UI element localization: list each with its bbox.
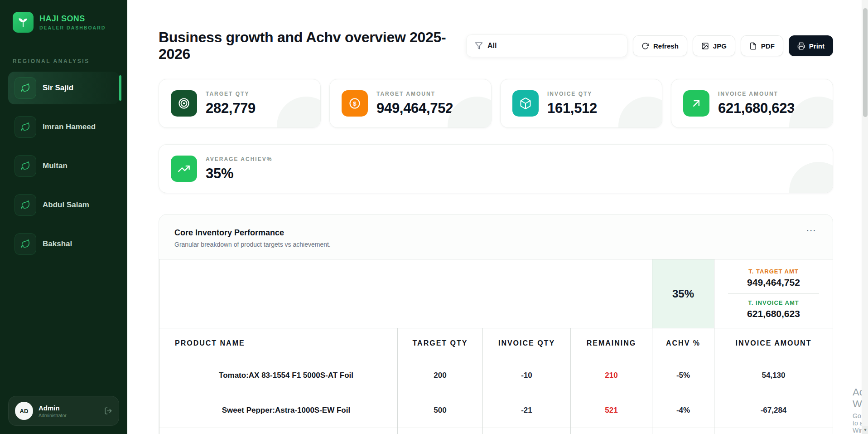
sidebar-item-abdul-salam[interactable]: Abdul Salam (8, 189, 119, 221)
column-header: ACHV % (652, 328, 714, 358)
dollar-coin-icon: $ (342, 90, 368, 117)
sidebar-item-bakshal[interactable]: Bakshal (8, 228, 119, 260)
app-root: HAJI SONS DEALER DASHBOARD REGIONAL ANAL… (0, 0, 868, 434)
achv-cell: -4% (652, 393, 714, 428)
sidebar-item-label: Bakshal (43, 239, 72, 249)
total-invoice-amt-label: T. INVOICE AMT (718, 299, 829, 306)
section-label: REGIONAL ANALYSIS (0, 58, 127, 64)
stat-card-average-achv: AVERAGE ACHIEV% 35% (159, 144, 833, 193)
stat-label: TARGET AMOUNT (376, 91, 453, 97)
image-icon (701, 42, 709, 50)
table-row: Sweet Pepper:Astra-1000S-EW Foil 500 -21… (159, 393, 833, 428)
product-name-cell: Cucumber G/House:Multina-1000S-EW-Foil (159, 428, 398, 434)
table-row: Cucumber G/House:Multina-1000S-EW-Foil 1… (159, 428, 833, 434)
file-icon (749, 42, 757, 50)
stat-value: 35% (206, 166, 272, 182)
column-header: REMAINING (571, 328, 652, 358)
stat-value: 949,464,752 (376, 100, 453, 117)
user-role: Administrator (39, 413, 67, 418)
sidebar-item-imran-hameed[interactable]: Imran Hameed (8, 111, 119, 143)
stat-label: INVOICE QTY (547, 91, 597, 97)
sidebar-item-label: Abdul Salam (43, 200, 89, 210)
stat-value: 161,512 (547, 100, 597, 117)
total-invoice-amt-value: 621,680,623 (718, 308, 829, 319)
brand: HAJI SONS DEALER DASHBOARD (0, 0, 127, 37)
summary-empty-cell (159, 259, 652, 328)
invoice-amount-cell: 0 (714, 428, 833, 434)
stat-card-invoice-amount: INVOICE AMOUNT 621,680,623 (671, 79, 833, 128)
invoice-qty-cell: -10 (483, 358, 571, 393)
inventory-subtitle: Granular breakdown of product targets vs… (174, 241, 331, 248)
scrollbar-thumb[interactable] (863, 8, 868, 117)
trending-up-icon (171, 156, 197, 182)
stat-value: 282,779 (206, 100, 256, 117)
stat-card-target-qty: TARGET QTY 282,779 (159, 79, 321, 128)
logout-icon[interactable] (104, 407, 112, 415)
ellipsis-icon[interactable]: ⋯ (806, 228, 817, 233)
jpg-button[interactable]: JPG (693, 35, 735, 56)
refresh-button[interactable]: Refresh (633, 35, 687, 56)
leaf-icon (14, 155, 36, 177)
brand-name: HAJI SONS (39, 14, 106, 24)
total-target-amt-label: T. TARGET AMT (718, 268, 829, 275)
sidebar-item-label: Multan (43, 161, 68, 171)
column-header: INVOICE QTY (483, 328, 571, 358)
summary-amounts-cell: T. TARGET AMT 949,464,752 T. INVOICE AMT… (714, 259, 833, 328)
invoice-qty-cell: 0 (483, 428, 571, 434)
leaf-icon (14, 194, 36, 216)
funnel-icon (475, 42, 483, 50)
invoice-amount-cell: -67,284 (714, 393, 833, 428)
inventory-performance-card: Core Inventory Performance Granular brea… (159, 214, 833, 434)
leaf-icon (14, 116, 36, 138)
page-title: Business growth and Achv overview 2025-2… (159, 29, 466, 63)
print-button[interactable]: Print (789, 35, 833, 56)
user-name: Admin (39, 404, 67, 412)
user-card: AD Admin Administrator (8, 396, 119, 426)
main-content: Business growth and Achv overview 2025-2… (127, 0, 868, 434)
refresh-icon (641, 42, 649, 50)
vertical-scrollbar[interactable]: ▼ (862, 0, 868, 434)
target-icon (171, 90, 197, 117)
remaining-cell: 521 (571, 393, 652, 428)
header-row: PRODUCT NAME TARGET QTY INVOICE QTY REMA… (159, 328, 833, 358)
stat-card-average-row: AVERAGE ACHIEV% 35% (159, 144, 833, 193)
achv-cell: 0% (652, 428, 714, 434)
product-name-cell: Sweet Pepper:Astra-1000S-EW Foil (159, 393, 398, 428)
column-header: PRODUCT NAME (159, 328, 398, 358)
sidebar-item-label: Imran Hameed (43, 122, 96, 132)
target-qty-cell: 200 (398, 358, 483, 393)
achv-cell: -5% (652, 358, 714, 393)
scroll-down-arrow[interactable]: ▼ (862, 426, 868, 434)
sidebar: HAJI SONS DEALER DASHBOARD REGIONAL ANAL… (0, 0, 127, 434)
invoice-qty-cell: -21 (483, 393, 571, 428)
inventory-table: 35% T. TARGET AMT 949,464,752 T. INVOICE… (159, 259, 833, 434)
sprout-icon (13, 12, 34, 33)
total-target-amt-value: 949,464,752 (718, 277, 829, 288)
brand-subtitle: DEALER DASHBOARD (39, 25, 106, 30)
arrow-up-right-icon (683, 90, 709, 117)
svg-text:$: $ (353, 100, 357, 107)
pdf-button[interactable]: PDF (741, 35, 783, 56)
stat-card-target-amount: $ TARGET AMOUNT 949,464,752 (329, 79, 492, 128)
sidebar-item-label: Sir Sajid (43, 83, 73, 93)
stat-cards-row: TARGET QTY 282,779 $ TARGET AMOUNT 949,4… (159, 79, 833, 128)
stat-label: AVERAGE ACHIEV% (206, 156, 272, 162)
leaf-icon (14, 77, 36, 99)
package-icon (512, 90, 539, 117)
column-header: INVOICE AMOUNT (714, 328, 833, 358)
filter-dropdown[interactable]: All (466, 34, 627, 57)
invoice-amount-cell: 54,130 (714, 358, 833, 393)
active-indicator (119, 75, 121, 101)
header-actions: All Refresh JPG (466, 34, 833, 57)
target-qty-cell: 500 (398, 393, 483, 428)
sidebar-item-multan[interactable]: Multan (8, 150, 119, 182)
printer-icon (797, 42, 805, 50)
sidebar-item-sir-sajid[interactable]: Sir Sajid (8, 72, 119, 104)
table-row: Tomato:AX 83-1554 F1 5000S-AT Foil 200 -… (159, 358, 833, 393)
avatar: AD (15, 402, 33, 420)
inventory-title: Core Inventory Performance (174, 228, 331, 238)
summary-row: 35% T. TARGET AMT 949,464,752 T. INVOICE… (159, 259, 833, 328)
product-name-cell: Tomato:AX 83-1554 F1 5000S-AT Foil (159, 358, 398, 393)
stat-label: INVOICE AMOUNT (718, 91, 795, 97)
topbar: Business growth and Achv overview 2025-2… (159, 29, 833, 63)
